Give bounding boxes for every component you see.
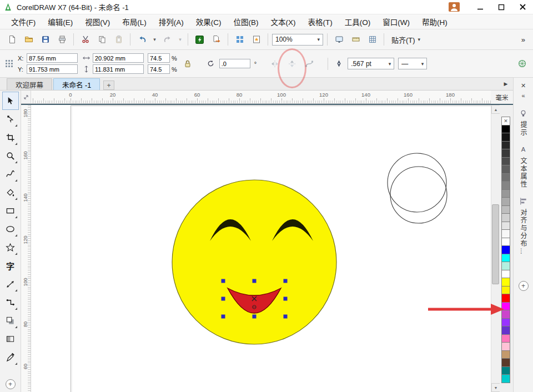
palette-swatch-red[interactable] bbox=[501, 294, 510, 303]
save-button[interactable] bbox=[38, 32, 53, 47]
palette-swatch-30[interactable] bbox=[501, 358, 510, 367]
vertical-scrollbar[interactable]: ▲ ▼ bbox=[491, 105, 500, 392]
connector-tool[interactable] bbox=[2, 293, 19, 311]
zoom-tool[interactable] bbox=[2, 147, 19, 165]
menu-item-6[interactable]: 效果(C) bbox=[190, 14, 227, 29]
circle-outlines[interactable] bbox=[388, 153, 447, 223]
shape-tool[interactable] bbox=[2, 110, 19, 128]
palette-swatch-17[interactable] bbox=[501, 254, 510, 263]
new-tab-button[interactable]: + bbox=[103, 81, 114, 90]
freehand-tool[interactable] bbox=[2, 165, 19, 183]
ellipse-tool[interactable] bbox=[2, 220, 19, 238]
docker-tab-align-distribute[interactable]: 对齐与分布… bbox=[519, 197, 528, 255]
show-rulers-button[interactable] bbox=[348, 32, 363, 47]
smart-fill-tool[interactable] bbox=[2, 183, 19, 202]
palette-swatch-18[interactable] bbox=[501, 262, 510, 270]
palette-swatch-29[interactable] bbox=[501, 350, 510, 359]
scale-x-input[interactable] bbox=[148, 53, 170, 63]
menu-item-7[interactable]: 位图(B) bbox=[228, 14, 264, 29]
palette-swatch-24[interactable] bbox=[501, 310, 510, 319]
redo-dropdown[interactable]: ▾ bbox=[177, 32, 184, 47]
palette-swatch-26[interactable] bbox=[501, 326, 510, 335]
palette-swatch-27[interactable] bbox=[501, 334, 510, 343]
lock-ratio-button[interactable] bbox=[181, 57, 194, 71]
palette-swatch-21[interactable] bbox=[501, 286, 510, 295]
minimize-button[interactable] bbox=[470, 0, 491, 14]
transparency-tool[interactable] bbox=[2, 330, 19, 348]
palette-swatch-1[interactable] bbox=[501, 125, 510, 134]
horizontal-ruler[interactable]: 020406080100120140160180 bbox=[31, 91, 491, 104]
palette-swatch-31[interactable] bbox=[501, 366, 510, 375]
print-button[interactable] bbox=[54, 32, 69, 47]
scroll-up-button[interactable]: ▲ bbox=[491, 105, 500, 114]
undo-button[interactable] bbox=[134, 32, 149, 47]
palette-swatch-13[interactable] bbox=[501, 222, 510, 230]
palette-swatch-9[interactable] bbox=[501, 189, 510, 198]
menu-item-12[interactable]: 帮助(H) bbox=[416, 14, 453, 29]
palette-swatch-15[interactable] bbox=[501, 238, 510, 247]
convert-to-curves-button[interactable] bbox=[303, 57, 316, 71]
mirror-horizontal-button[interactable] bbox=[268, 57, 281, 71]
palette-swatch-32[interactable] bbox=[501, 374, 510, 383]
docker-collapse-button[interactable]: « bbox=[518, 91, 529, 100]
palette-swatch-0[interactable]: ✕ bbox=[501, 117, 510, 125]
outline-width-combo[interactable]: .567 pt ▾ bbox=[348, 58, 394, 69]
quick-customize-toolbox-button[interactable]: + bbox=[6, 379, 16, 389]
palette-swatch-6[interactable] bbox=[501, 165, 510, 174]
palette-swatch-3[interactable] bbox=[501, 141, 510, 150]
scrollbar-thumb[interactable] bbox=[492, 204, 499, 284]
quick-customize-docker-button[interactable]: + bbox=[519, 281, 529, 291]
palette-swatch-14[interactable] bbox=[501, 229, 510, 238]
pick-tool[interactable] bbox=[2, 92, 19, 110]
show-grid-button[interactable] bbox=[365, 32, 380, 47]
menu-item-1[interactable]: 文件(F) bbox=[6, 14, 41, 29]
menu-item-2[interactable]: 编辑(E) bbox=[42, 14, 78, 29]
menu-item-3[interactable]: 视图(V) bbox=[79, 14, 115, 29]
palette-swatch-28[interactable] bbox=[501, 342, 510, 351]
palette-swatch-2[interactable] bbox=[501, 133, 510, 142]
docker-close-x-button[interactable]: ✕ bbox=[518, 81, 529, 91]
line-style-combo[interactable]: — ▾ bbox=[398, 58, 427, 69]
zoom-level-combo[interactable]: 100% ▾ bbox=[272, 34, 323, 46]
scale-y-input[interactable] bbox=[148, 64, 170, 74]
rotation-input[interactable] bbox=[219, 59, 250, 68]
text-tool[interactable]: 字 bbox=[2, 257, 19, 275]
toolbar-overflow-button[interactable]: » bbox=[518, 35, 529, 44]
menu-item-9[interactable]: 表格(T) bbox=[303, 14, 338, 29]
drop-shadow-tool[interactable] bbox=[2, 311, 19, 330]
menu-item-4[interactable]: 布局(L) bbox=[117, 14, 152, 29]
vertical-ruler[interactable]: 1801601401201008060 bbox=[21, 105, 31, 392]
sign-in-icon[interactable] bbox=[447, 2, 461, 12]
docker-tab-text-properties[interactable]: A文本属性 bbox=[519, 145, 528, 188]
palette-swatch-10[interactable] bbox=[501, 197, 510, 206]
object-position-grid-icon[interactable] bbox=[4, 59, 14, 68]
palette-swatch-8[interactable] bbox=[501, 181, 510, 190]
palette-swatch-7[interactable] bbox=[501, 173, 510, 182]
palette-swatch-25[interactable] bbox=[501, 318, 510, 327]
export-button[interactable] bbox=[209, 32, 224, 47]
menu-item-11[interactable]: 窗口(W) bbox=[377, 14, 415, 29]
undo-dropdown[interactable]: ▾ bbox=[151, 32, 158, 47]
menu-item-5[interactable]: 排列(A) bbox=[153, 14, 189, 29]
tab-scroll-right-button[interactable]: ▶ bbox=[501, 79, 510, 88]
palette-swatch-23[interactable] bbox=[501, 302, 510, 311]
open-button[interactable] bbox=[21, 32, 36, 47]
scroll-down-button[interactable]: ▼ bbox=[491, 383, 500, 392]
welcome-screen-button[interactable] bbox=[249, 32, 264, 47]
interactive-options-button[interactable] bbox=[515, 57, 529, 71]
smiley-face-shape[interactable] bbox=[172, 180, 336, 344]
palette-swatch-11[interactable] bbox=[501, 205, 510, 214]
parallel-dimension-tool[interactable] bbox=[2, 275, 19, 293]
polygon-tool[interactable] bbox=[2, 238, 19, 257]
new-document-button[interactable] bbox=[4, 32, 19, 47]
menu-item-10[interactable]: 工具(O) bbox=[339, 14, 376, 29]
maximize-button[interactable] bbox=[491, 0, 512, 14]
palette-swatch-16[interactable] bbox=[501, 245, 510, 254]
palette-swatch-12[interactable] bbox=[501, 213, 510, 222]
document-tab-1[interactable]: 欢迎屏幕 bbox=[7, 78, 52, 90]
menu-item-8[interactable]: 文本(X) bbox=[265, 14, 301, 29]
full-screen-preview-button[interactable] bbox=[331, 32, 346, 47]
crop-tool[interactable] bbox=[2, 128, 19, 147]
redo-button[interactable] bbox=[160, 32, 175, 47]
palette-swatch-5[interactable] bbox=[501, 157, 510, 166]
